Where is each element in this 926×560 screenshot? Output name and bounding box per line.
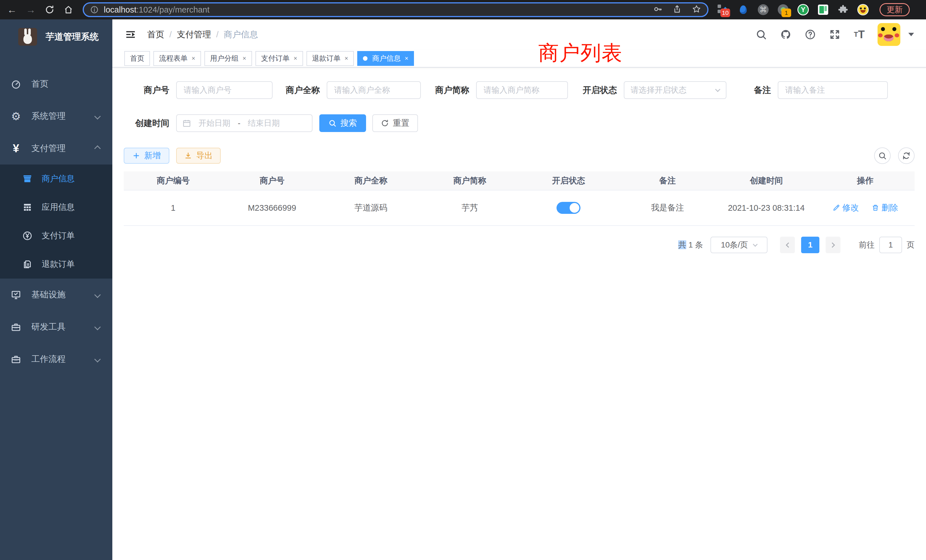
refresh-icon	[902, 151, 911, 160]
extension-status-icon[interactable]: 1	[778, 4, 789, 15]
tab-pay-order[interactable]: 支付订单×	[256, 51, 303, 66]
url-text: localhost:1024/pay/merchant	[104, 5, 210, 15]
refresh-table-button[interactable]	[898, 147, 915, 164]
tab-merchant-info[interactable]: 商户信息×	[357, 51, 414, 66]
cell-create-time: 2021-10-23 08:31:14	[717, 190, 816, 226]
extension-capture-icon[interactable]	[817, 4, 829, 15]
sidebar-item-dev-tools[interactable]: 研发工具	[0, 311, 112, 343]
tab-refund-order[interactable]: 退款订单×	[307, 51, 354, 66]
browser-back-icon[interactable]: ←	[6, 3, 18, 16]
sidebar-logo-row[interactable]: 芋道管理系统	[0, 20, 112, 54]
gear-icon: ⚙	[10, 110, 22, 122]
next-page-button[interactable]	[826, 237, 840, 253]
chevron-down-icon	[94, 324, 101, 330]
bookmark-star-icon[interactable]	[692, 5, 701, 15]
breadcrumb-current: 商户信息	[224, 29, 258, 41]
date-range-picker[interactable]: 开始日期 - 结束日期	[176, 114, 312, 132]
cell-remark: 我是备注	[618, 190, 717, 226]
page-1-button[interactable]: 1	[801, 237, 819, 253]
header-search-icon[interactable]	[755, 28, 767, 41]
share-icon[interactable]	[673, 5, 682, 15]
close-icon[interactable]: ×	[345, 55, 348, 62]
col-merchant-id: 商户编号	[124, 171, 222, 190]
help-icon[interactable]	[804, 28, 817, 41]
cell-actions: 修改 删除	[816, 190, 915, 226]
status-select[interactable]: 请选择开启状态	[624, 81, 726, 99]
dashboard-icon	[10, 79, 22, 90]
sidebar-item-pay[interactable]: ¥ 支付管理	[0, 132, 112, 165]
extension-diamond-icon[interactable]: ◆ 10	[717, 4, 729, 15]
sidebar-item-refund-order[interactable]: 退款订单	[0, 250, 112, 278]
fullscreen-icon[interactable]	[829, 28, 841, 41]
close-icon[interactable]: ×	[192, 55, 195, 62]
trash-icon	[872, 204, 879, 212]
sidebar-item-infra[interactable]: 基础设施	[0, 278, 112, 311]
refresh-icon	[381, 119, 389, 127]
reset-button[interactable]: 重置	[372, 114, 418, 132]
site-info-icon[interactable]	[90, 5, 98, 14]
extension-badge-2: 1	[781, 9, 791, 17]
extension-command-icon[interactable]: ⌘	[758, 4, 769, 15]
sidebar-item-home[interactable]: 首页	[0, 68, 112, 100]
col-remark: 备注	[618, 171, 717, 190]
extensions-puzzle-icon[interactable]	[837, 4, 849, 15]
browser-home-icon[interactable]	[62, 3, 75, 16]
filter-create-time: 创建时间 开始日期 - 结束日期	[124, 114, 312, 132]
search-button[interactable]: 搜索	[319, 114, 366, 132]
browser-forward-icon[interactable]: →	[24, 3, 37, 16]
address-bar[interactable]: localhost:1024/pay/merchant	[83, 2, 708, 17]
status-toggle[interactable]	[557, 202, 581, 214]
store-icon	[22, 173, 33, 185]
breadcrumb-home[interactable]: 首页	[147, 29, 164, 41]
prev-page-button[interactable]	[780, 237, 795, 253]
font-size-icon[interactable]: TT	[853, 28, 865, 41]
extension-pin-icon[interactable]	[738, 4, 749, 15]
navbar-actions: TT	[755, 23, 914, 46]
extension-yuque-icon[interactable]: Y	[797, 4, 809, 15]
sidebar: 芋道管理系统 首页 ⚙ 系统管理 ¥ 支付管理	[0, 20, 112, 560]
password-key-icon[interactable]	[653, 5, 662, 15]
sidebar-item-app-info[interactable]: 应用信息	[0, 193, 112, 221]
tab-process-form[interactable]: 流程表单×	[153, 51, 201, 66]
full-name-input[interactable]	[327, 81, 421, 99]
avatar-caret-icon[interactable]	[908, 33, 914, 36]
sidebar-item-system[interactable]: ⚙ 系统管理	[0, 100, 112, 132]
close-icon[interactable]: ×	[243, 55, 246, 62]
browser-menu-icon[interactable]: ⋮	[923, 4, 926, 15]
add-button[interactable]: 新增	[124, 148, 169, 163]
col-create-time: 创建时间	[717, 171, 816, 190]
chevron-left-icon	[786, 242, 791, 248]
close-icon[interactable]: ×	[294, 55, 297, 62]
chevron-right-icon	[830, 242, 835, 248]
pagination: 共 1 条 10条/页 1 前往 页	[124, 237, 915, 253]
short-name-input[interactable]	[476, 81, 568, 99]
github-icon[interactable]	[779, 28, 792, 41]
delete-link[interactable]: 删除	[872, 202, 898, 213]
remark-input[interactable]	[778, 81, 888, 99]
sidebar-collapse-icon[interactable]	[124, 28, 137, 41]
tab-home[interactable]: 首页	[124, 51, 150, 66]
sidebar-item-workflow[interactable]: 工作流程	[0, 343, 112, 375]
toggle-search-button[interactable]	[874, 147, 891, 164]
close-icon[interactable]: ×	[404, 55, 408, 62]
sidebar-item-pay-order[interactable]: 支付订单	[0, 221, 112, 250]
merchant-no-input[interactable]	[176, 81, 272, 99]
browser-reload-icon[interactable]	[43, 3, 56, 16]
tags-view: 首页 流程表单× 用户分组× 支付订单× 退款订单× 商户信息×	[112, 50, 926, 68]
yen-circle-icon	[22, 230, 33, 242]
browser-update-button[interactable]: 更新	[879, 3, 910, 16]
app-logo	[18, 28, 37, 45]
goto-page: 前往 页	[859, 237, 915, 253]
col-status: 开启状态	[519, 171, 618, 190]
tab-user-group[interactable]: 用户分组×	[204, 51, 252, 66]
goto-page-input[interactable]	[879, 237, 902, 253]
page-size-select[interactable]: 10条/页	[710, 237, 767, 253]
user-avatar[interactable]	[878, 23, 900, 46]
export-button[interactable]: 导出	[176, 148, 221, 163]
breadcrumb-pay[interactable]: 支付管理	[177, 29, 211, 41]
browser-profile-avatar[interactable]	[857, 4, 869, 15]
edit-link[interactable]: 修改	[832, 202, 859, 213]
grid-icon	[22, 201, 33, 213]
chevron-down-icon	[753, 242, 758, 247]
sidebar-item-merchant-info[interactable]: 商户信息	[0, 165, 112, 193]
